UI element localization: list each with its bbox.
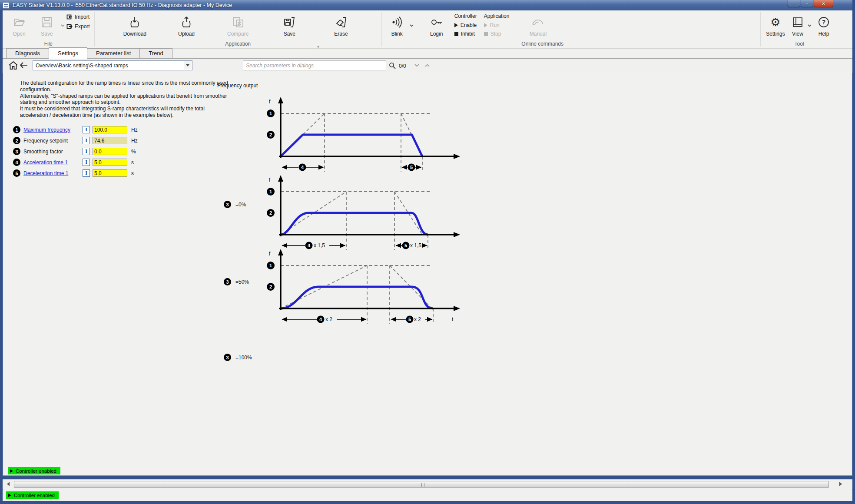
marker-1: 1 <box>13 126 20 133</box>
parameter-info-button[interactable]: I <box>83 137 90 144</box>
smoothing-factor-input[interactable] <box>93 148 127 155</box>
import-icon <box>66 14 73 20</box>
scroll-right-icon[interactable] <box>839 481 842 487</box>
open-button[interactable]: Open <box>5 11 33 37</box>
marker-2: 2 <box>13 137 20 144</box>
unit-label: s <box>131 170 134 176</box>
home-icon[interactable] <box>8 60 18 70</box>
marker-setpoint: 2 <box>269 284 272 289</box>
navigation-bar: Overview\Basic setting\S-shaped ramps 0/… <box>3 59 852 73</box>
erase-button[interactable]: Erase <box>327 11 355 37</box>
view-window-icon <box>791 15 804 30</box>
ribbon-group-tool: ⚙ Settings View ? Help <box>761 10 852 48</box>
inhibit-button[interactable]: Inhibit <box>454 30 477 38</box>
search-input[interactable] <box>243 60 386 70</box>
app-icon <box>3 2 9 9</box>
scrollbar-thumb[interactable] <box>14 481 829 488</box>
upload-button[interactable]: Upload <box>172 11 200 37</box>
maximize-button[interactable]: ▫ <box>801 0 813 7</box>
frequency-output-label: Frequency output <box>217 83 258 89</box>
parameter-info-button[interactable]: I <box>83 169 90 177</box>
controller-command-column: Controller Enable Inhibit <box>451 11 481 38</box>
help-icon: ? <box>817 15 830 30</box>
dropdown-arrow-icon[interactable] <box>184 61 192 70</box>
y-axis-label: f <box>269 251 271 257</box>
run-button[interactable]: Run <box>484 21 510 30</box>
save-application-button[interactable]: Save <box>275 11 303 37</box>
stop-button[interactable]: Stop <box>484 30 510 38</box>
tab-trend[interactable]: Trend <box>139 48 172 58</box>
parameter-list: 1 Maximum frequency I Hz 2 Frequency set… <box>13 125 156 179</box>
dialog-content: The default configuration for the ramp t… <box>4 73 849 466</box>
save-dropdown-caret[interactable] <box>61 24 65 27</box>
search-prev-icon[interactable] <box>425 64 430 67</box>
parameter-info-button[interactable]: I <box>83 148 90 155</box>
compare-button[interactable]: Compare <box>224 11 252 37</box>
back-arrow-icon[interactable] <box>19 62 28 69</box>
manual-button[interactable]: Manual <box>524 11 552 37</box>
breadcrumb-dropdown[interactable]: Overview\Basic setting\S-shaped ramps <box>33 60 192 70</box>
app-window: EASY Starter V1.13.0.0 - i550 EtherCat s… <box>0 0 855 504</box>
maximum-frequency-input[interactable] <box>93 126 127 133</box>
enable-play-icon <box>454 23 458 27</box>
compare-icon <box>232 15 245 30</box>
parameter-info-button[interactable]: I <box>83 159 90 166</box>
frequency-setpoint-value <box>93 137 127 144</box>
marker-decel-time: 5 <box>410 165 413 170</box>
search-icon[interactable] <box>389 62 396 69</box>
group-dialog-launcher-icon[interactable]: ▼ <box>316 45 320 49</box>
frequency-curve <box>281 213 428 235</box>
save-button[interactable]: Save <box>33 11 61 37</box>
device-status-bar: Controller enabled <box>4 466 849 475</box>
title-bar[interactable]: EASY Starter V1.13.0.0 - i550 EtherCat s… <box>0 0 852 10</box>
inhibit-stop-icon <box>454 32 458 36</box>
controller-status-badge: Controller enabled <box>8 467 60 474</box>
minimize-button[interactable]: – <box>788 0 800 7</box>
description-line: starting and smoother approach to setpoi… <box>20 99 228 106</box>
ramp-diagram-0-percent: f 1 2 4 5 <box>224 95 467 177</box>
marker-max-frequency: 1 <box>269 111 272 116</box>
marker-4: 4 <box>13 159 20 166</box>
run-play-icon <box>484 23 487 27</box>
tab-settings[interactable]: Settings <box>49 47 87 59</box>
acceleration-time-input[interactable] <box>93 159 127 166</box>
unit-label: Hz <box>131 138 138 144</box>
marker-setpoint: 2 <box>269 132 272 137</box>
horizontal-scrollbar[interactable] <box>3 479 852 489</box>
controller-header: Controller <box>454 13 477 19</box>
download-button[interactable]: Download <box>121 11 149 37</box>
blink-button[interactable]: Blink <box>384 11 410 37</box>
group-label-tool: Tool <box>763 40 835 48</box>
blink-dropdown-caret[interactable] <box>410 24 414 27</box>
parameter-info-button[interactable]: I <box>83 126 90 133</box>
view-dropdown-caret[interactable] <box>808 24 812 27</box>
export-button[interactable]: Export <box>66 23 90 30</box>
group-label-online-commands: Online commands <box>384 40 701 48</box>
tab-diagnosis[interactable]: Diagnosis <box>6 48 49 58</box>
acceleration-time-link[interactable]: Acceleration time 1 <box>23 159 68 166</box>
gear-icon: ⚙ <box>770 15 780 30</box>
import-button[interactable]: Import <box>66 14 90 20</box>
status-play-icon <box>8 494 11 497</box>
deceleration-time-input[interactable] <box>93 169 127 177</box>
svg-text:?: ? <box>822 19 826 26</box>
enable-button[interactable]: Enable <box>454 21 477 30</box>
tab-parameter-list[interactable]: Parameter list <box>87 48 140 58</box>
blink-icon <box>391 15 404 30</box>
unit-label: Hz <box>131 127 138 133</box>
marker-5: 5 <box>13 169 20 177</box>
close-button[interactable]: ✕ <box>814 0 833 7</box>
help-button[interactable]: ? Help <box>812 11 835 37</box>
deceleration-time-link[interactable]: Deceleration time 1 <box>23 170 68 176</box>
marker-3: 3 <box>13 148 20 155</box>
frequency-setpoint-label: Frequency setpoint <box>23 138 68 144</box>
scroll-left-icon[interactable] <box>7 481 10 487</box>
search-next-icon[interactable] <box>414 64 419 67</box>
maximum-frequency-link[interactable]: Maximum frequency <box>23 127 70 133</box>
login-button[interactable]: Login <box>422 11 451 37</box>
controller-status-badge: Controller enabled <box>6 491 59 499</box>
view-button[interactable]: View <box>788 11 808 37</box>
search-result-count: 0/0 <box>399 63 406 69</box>
marker-max-frequency: 1 <box>269 189 272 194</box>
settings-button[interactable]: ⚙ Settings <box>763 11 788 37</box>
